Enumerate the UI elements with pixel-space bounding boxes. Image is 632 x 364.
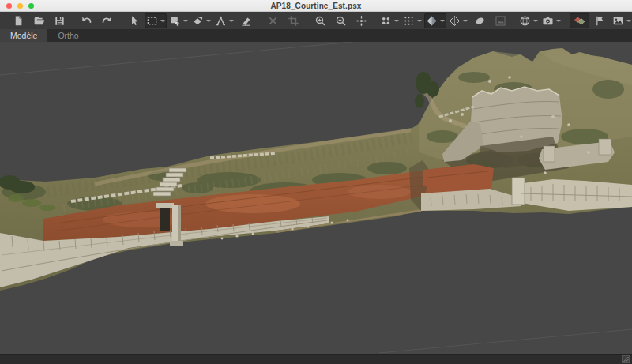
dropdown-caret-icon: [417, 20, 422, 22]
show-cameras-button[interactable]: [540, 13, 562, 28]
camera-icon: [542, 15, 554, 27]
rotate-object-icon: [192, 15, 204, 27]
tab-modele[interactable]: Modèle: [0, 29, 47, 42]
photo-icon: [612, 15, 624, 27]
show-markers-button[interactable]: [590, 13, 610, 28]
close-button[interactable]: [6, 3, 12, 9]
toolbar-group-7: [517, 13, 562, 28]
dropdown-caret-icon: [160, 20, 165, 22]
new-document-icon: [13, 15, 24, 27]
ruler-button[interactable]: [213, 13, 235, 28]
show-aligned-chunks-button[interactable]: [570, 13, 589, 28]
shaded-model-icon: [426, 15, 438, 27]
model-shaded-view-button[interactable]: [424, 13, 446, 28]
dropdown-caret-icon: [183, 20, 188, 22]
reset-view-icon: [356, 15, 367, 27]
dense-cloud-view-button[interactable]: [401, 13, 423, 28]
undo-icon: [81, 15, 92, 27]
model-solid-view-button[interactable]: [470, 13, 490, 28]
dropdown-caret-icon: [394, 20, 399, 22]
zoom-out-icon: [335, 15, 347, 27]
doorway-niche: [160, 208, 170, 231]
move-object-button[interactable]: [167, 13, 190, 28]
navigation-button[interactable]: [124, 13, 144, 28]
toolbar-group-3: [124, 13, 256, 28]
eraser-button[interactable]: [236, 13, 256, 28]
save-project-button[interactable]: [50, 13, 70, 28]
point-cloud-view-button[interactable]: [378, 13, 401, 28]
new-project-button[interactable]: [9, 13, 28, 28]
model-viewport[interactable]: [0, 42, 632, 354]
dropdown-caret-icon: [626, 20, 631, 22]
toolbar-buttons: [9, 13, 632, 28]
toolbar-group-5: [310, 13, 371, 28]
reset-view-button[interactable]: [352, 13, 371, 28]
zoom-in-icon: [314, 15, 326, 27]
dropdown-caret-icon: [556, 20, 561, 22]
minimize-button[interactable]: [17, 3, 23, 9]
save-icon: [54, 15, 66, 27]
toolbar: [0, 12, 632, 29]
show-images-button[interactable]: [611, 13, 632, 28]
zoom-window-button[interactable]: [28, 3, 34, 9]
solid-model-icon: [474, 15, 486, 27]
window-title: AP18_Courtine_Est.psx: [271, 2, 362, 10]
dropdown-caret-icon: [229, 20, 234, 22]
model-wireframe-view-button[interactable]: [447, 13, 469, 28]
eraser-icon: [240, 15, 252, 27]
zoom-out-button[interactable]: [331, 13, 351, 28]
show-basemap-button[interactable]: [517, 13, 540, 28]
globe-icon: [519, 15, 531, 27]
toolbar-group-2: [77, 13, 117, 28]
aligned-chunks-icon: [574, 15, 585, 27]
open-project-button[interactable]: [29, 13, 49, 28]
rectangle-selection-button[interactable]: [145, 13, 167, 28]
view-tabbar: Modèle Ortho: [0, 29, 632, 42]
rectangle-selection-icon: [146, 15, 158, 27]
crop-selection-button: [284, 13, 303, 28]
toolbar-group-6: [378, 13, 510, 28]
tiled-model-view-button: [491, 13, 510, 28]
wireframe-model-icon: [449, 15, 461, 27]
titlebar: AP18_Courtine_Est.psx: [0, 0, 632, 12]
rotate-object-button[interactable]: [190, 13, 213, 28]
undo-button[interactable]: [77, 13, 96, 28]
model-3d-render: [0, 42, 632, 354]
toolbar-group-1: [9, 13, 70, 28]
delete-icon: [267, 15, 279, 27]
open-folder-icon: [33, 15, 45, 27]
navigation-arrow-icon: [128, 15, 140, 27]
dense-cloud-icon: [403, 15, 415, 27]
statusbar: [0, 354, 632, 364]
tab-ortho[interactable]: Ortho: [47, 29, 88, 42]
dropdown-caret-icon: [206, 20, 211, 22]
redo-button[interactable]: [97, 13, 117, 28]
redo-icon: [101, 15, 113, 27]
move-object-icon: [169, 15, 181, 27]
ruler-icon: [215, 15, 227, 27]
toolbar-group-4: [263, 13, 303, 28]
dropdown-caret-icon: [440, 20, 445, 22]
dropdown-caret-icon: [533, 20, 538, 22]
delete-selection-button: [263, 13, 283, 28]
window-controls: [6, 3, 34, 9]
dropdown-caret-icon: [463, 20, 468, 22]
flag-icon: [594, 15, 606, 27]
tiled-model-icon: [495, 15, 506, 27]
toolbar-group-8: [570, 13, 632, 28]
point-cloud-icon: [380, 15, 392, 27]
resize-grip-icon[interactable]: [622, 355, 630, 363]
zoom-in-button[interactable]: [310, 13, 330, 28]
crop-icon: [288, 15, 299, 27]
